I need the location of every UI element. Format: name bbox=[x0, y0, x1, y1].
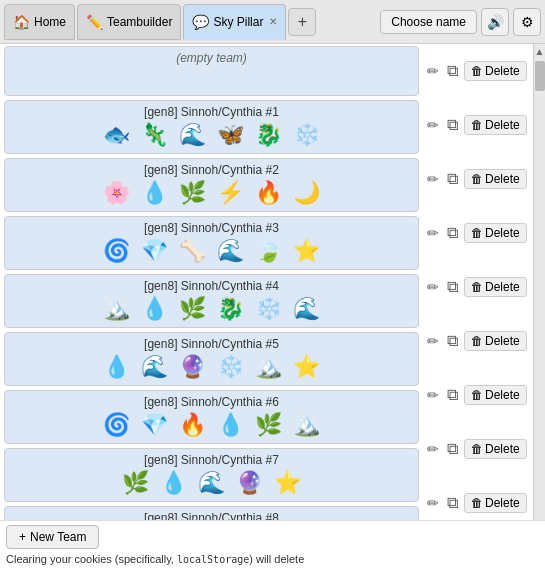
pokemon-sprite: 🌊 bbox=[289, 295, 325, 323]
team-item[interactable]: (empty team) bbox=[4, 46, 419, 96]
pokemon-sprite: 🐟 bbox=[99, 121, 135, 149]
pokemon-sprite: 🌿 bbox=[251, 411, 287, 439]
team-item-header: (empty team) bbox=[11, 51, 412, 65]
main-content: (empty team)[gen8] Sinnoh/Cynthia #1🐟🦎🌊🦋… bbox=[0, 44, 545, 569]
team-item-header: [gen8] Sinnoh/Cynthia #2 bbox=[11, 163, 412, 177]
pokemon-sprite: 💎 bbox=[137, 237, 173, 265]
team-item[interactable]: [gen8] Sinnoh/Cynthia #7🌿💧🌊🔮⭐ bbox=[4, 448, 419, 502]
pokemon-sprite: 🌊 bbox=[175, 121, 211, 149]
team-item-header: [gen8] Sinnoh/Cynthia #5 bbox=[11, 337, 412, 351]
pokemon-sprite: 🌊 bbox=[213, 237, 249, 265]
tab-sky-pillar[interactable]: 💬 Sky Pillar ✕ bbox=[183, 4, 286, 40]
pokemon-sprite: ⚡ bbox=[213, 179, 249, 207]
pokemon-sprite: 🌊 bbox=[137, 353, 173, 381]
copy-team-button[interactable]: ⧉ bbox=[445, 222, 460, 244]
team-item[interactable]: [gen8] Sinnoh/Cynthia #2🌸💧🌿⚡🔥🌙 bbox=[4, 158, 419, 212]
trash-icon: 🗑 bbox=[471, 172, 483, 186]
new-team-button[interactable]: + New Team bbox=[6, 525, 99, 549]
choose-name-button[interactable]: Choose name bbox=[380, 10, 477, 34]
delete-label: Delete bbox=[485, 334, 520, 348]
home-icon: 🏠 bbox=[13, 14, 30, 30]
pokemon-row: 🌀💎🦴🌊🍃⭐ bbox=[11, 237, 412, 265]
pokemon-sprite: ⭐ bbox=[289, 237, 325, 265]
pokemon-sprite: 🔮 bbox=[232, 469, 268, 497]
delete-team-button[interactable]: 🗑Delete bbox=[464, 493, 527, 513]
copy-team-button[interactable]: ⧉ bbox=[445, 60, 460, 82]
edit-team-button[interactable]: ✏ bbox=[425, 277, 441, 297]
scrollbar[interactable]: ▲ bbox=[533, 44, 545, 569]
delete-label: Delete bbox=[485, 496, 520, 510]
pokemon-sprite: 🐉 bbox=[251, 121, 287, 149]
copy-team-button[interactable]: ⧉ bbox=[445, 438, 460, 460]
copy-team-button[interactable]: ⧉ bbox=[445, 330, 460, 352]
action-column: ✏⧉🗑Delete✏⧉🗑Delete✏⧉🗑Delete✏⧉🗑Delete✏⧉🗑D… bbox=[423, 44, 533, 569]
trash-icon: 🗑 bbox=[471, 496, 483, 510]
team-list[interactable]: (empty team)[gen8] Sinnoh/Cynthia #1🐟🦎🌊🦋… bbox=[0, 44, 423, 569]
edit-team-button[interactable]: ✏ bbox=[425, 115, 441, 135]
delete-team-button[interactable]: 🗑Delete bbox=[464, 115, 527, 135]
copy-team-button[interactable]: ⧉ bbox=[445, 114, 460, 136]
edit-team-button[interactable]: ✏ bbox=[425, 169, 441, 189]
pokemon-sprite: ❄️ bbox=[213, 353, 249, 381]
trash-icon: 🗑 bbox=[471, 280, 483, 294]
copy-team-button[interactable]: ⧉ bbox=[445, 384, 460, 406]
team-item[interactable]: [gen8] Sinnoh/Cynthia #4🏔️💧🌿🐉❄️🌊 bbox=[4, 274, 419, 328]
team-item[interactable]: [gen8] Sinnoh/Cynthia #1🐟🦎🌊🦋🐉❄️ bbox=[4, 100, 419, 154]
pokemon-sprite: ⭐ bbox=[270, 469, 306, 497]
pokemon-sprite: ❄️ bbox=[289, 121, 325, 149]
delete-team-button[interactable]: 🗑Delete bbox=[464, 385, 527, 405]
edit-team-button[interactable]: ✏ bbox=[425, 223, 441, 243]
edit-team-button[interactable]: ✏ bbox=[425, 385, 441, 405]
pokemon-row: 🌿💧🌊🔮⭐ bbox=[11, 469, 412, 497]
pokemon-row: 🌀💎🔥💧🌿🏔️ bbox=[11, 411, 412, 439]
chat-icon: 💬 bbox=[192, 14, 209, 30]
tab-close-icon[interactable]: ✕ bbox=[269, 16, 277, 27]
scroll-up-arrow[interactable]: ▲ bbox=[535, 46, 545, 57]
delete-team-button[interactable]: 🗑Delete bbox=[464, 439, 527, 459]
delete-team-button[interactable]: 🗑Delete bbox=[464, 331, 527, 351]
pokemon-sprite: 💧 bbox=[213, 411, 249, 439]
team-item-header: [gen8] Sinnoh/Cynthia #6 bbox=[11, 395, 412, 409]
edit-team-button[interactable]: ✏ bbox=[425, 493, 441, 513]
pokemon-sprite: 🌿 bbox=[175, 295, 211, 323]
team-item[interactable]: [gen8] Sinnoh/Cynthia #3🌀💎🦴🌊🍃⭐ bbox=[4, 216, 419, 270]
delete-label: Delete bbox=[485, 64, 520, 78]
settings-button[interactable]: ⚙ bbox=[513, 8, 541, 36]
action-row: ✏⧉🗑Delete bbox=[423, 262, 529, 312]
action-row: ✏⧉🗑Delete bbox=[423, 424, 529, 474]
pokemon-sprite: 🐉 bbox=[213, 295, 249, 323]
delete-team-button[interactable]: 🗑Delete bbox=[464, 223, 527, 243]
copy-team-button[interactable]: ⧉ bbox=[445, 276, 460, 298]
pokemon-row: 💧🌊🔮❄️🏔️⭐ bbox=[11, 353, 412, 381]
localstorage-code: localStorage bbox=[177, 554, 249, 565]
copy-team-button[interactable]: ⧉ bbox=[445, 168, 460, 190]
pokemon-sprite: 🏔️ bbox=[251, 353, 287, 381]
pokemon-sprite: 🔮 bbox=[175, 353, 211, 381]
edit-team-button[interactable]: ✏ bbox=[425, 61, 441, 81]
delete-label: Delete bbox=[485, 226, 520, 240]
delete-team-button[interactable]: 🗑Delete bbox=[464, 277, 527, 297]
tab-home-label: Home bbox=[34, 15, 66, 29]
pokemon-sprite: 🌊 bbox=[194, 469, 230, 497]
sound-button[interactable]: 🔊 bbox=[481, 8, 509, 36]
delete-label: Delete bbox=[485, 172, 520, 186]
pokemon-sprite: 🌀 bbox=[99, 237, 135, 265]
edit-team-button[interactable]: ✏ bbox=[425, 331, 441, 351]
warning-text: Clearing your cookies (specifically, loc… bbox=[6, 553, 539, 565]
copy-team-button[interactable]: ⧉ bbox=[445, 492, 460, 514]
pokemon-sprite: 🔥 bbox=[251, 179, 287, 207]
sound-icon: 🔊 bbox=[487, 14, 504, 30]
new-tab-button[interactable]: + bbox=[288, 8, 316, 36]
pokemon-sprite: 🌙 bbox=[289, 179, 325, 207]
tab-teambuilder[interactable]: ✏️ Teambuilder bbox=[77, 4, 181, 40]
scrollbar-thumb[interactable] bbox=[535, 61, 545, 91]
delete-team-button[interactable]: 🗑Delete bbox=[464, 169, 527, 189]
edit-team-button[interactable]: ✏ bbox=[425, 439, 441, 459]
action-row: ✏⧉🗑Delete bbox=[423, 208, 529, 258]
team-item[interactable]: [gen8] Sinnoh/Cynthia #5💧🌊🔮❄️🏔️⭐ bbox=[4, 332, 419, 386]
team-item[interactable]: [gen8] Sinnoh/Cynthia #6🌀💎🔥💧🌿🏔️ bbox=[4, 390, 419, 444]
delete-team-button[interactable]: 🗑Delete bbox=[464, 61, 527, 81]
team-item-header: [gen8] Sinnoh/Cynthia #4 bbox=[11, 279, 412, 293]
tab-home[interactable]: 🏠 Home bbox=[4, 4, 75, 40]
pokemon-sprite: ❄️ bbox=[251, 295, 287, 323]
